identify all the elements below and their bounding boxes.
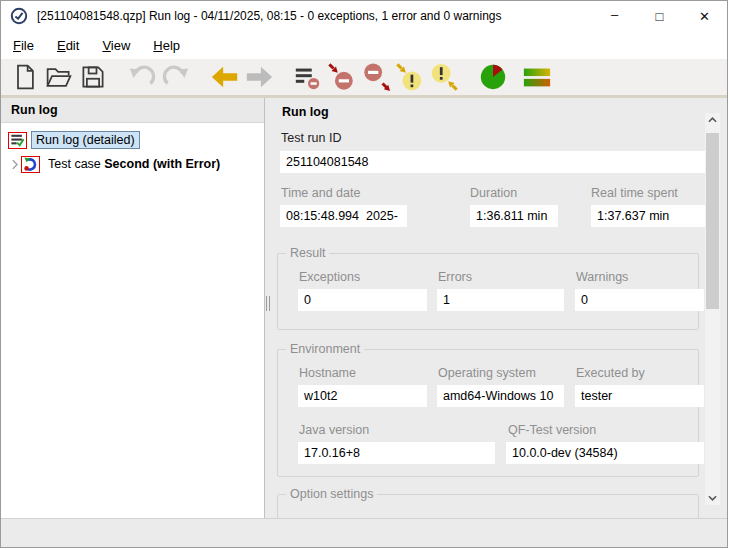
test-case-icon	[21, 156, 40, 173]
status-bar	[1, 518, 727, 547]
next-warning-icon	[429, 62, 459, 92]
time-and-date-field[interactable]: 08:15:48.994 2025-	[280, 205, 407, 227]
tree-item-label: Test case Second (with Error)	[44, 156, 224, 172]
test-run-id-label: Test run ID	[281, 131, 341, 145]
close-button[interactable]: ✕	[682, 1, 727, 31]
warnings-label: Warnings	[576, 270, 628, 284]
scroll-down-button[interactable]	[705, 491, 720, 505]
window-controls: – □ ✕	[592, 1, 727, 31]
chevron-up-icon	[708, 117, 717, 123]
result-group-legend: Result	[286, 246, 329, 260]
real-time-spent-label: Real time spent	[591, 186, 678, 200]
vertical-scrollbar[interactable]	[705, 113, 720, 505]
qf-test-run-log-window: [251104081548.qzp] Run log - 04/11/2025,…	[0, 0, 728, 548]
expand-chevron-icon[interactable]	[7, 159, 21, 170]
java-version-field[interactable]: 17.0.16+8	[298, 442, 495, 464]
detail-panel-title: Run log	[282, 105, 329, 119]
tree-item-run-log-detailed[interactable]: Run log (detailed)	[1, 128, 264, 152]
next-error-button[interactable]	[359, 61, 393, 93]
scrollbar-thumb[interactable]	[706, 133, 719, 309]
run-log-tree-panel: Run log Run log (detailed)	[1, 98, 265, 518]
time-and-date-label: Time and date	[281, 186, 360, 200]
menu-view[interactable]: View	[93, 34, 139, 57]
option-settings-group-legend: Option settings	[286, 487, 377, 501]
qf-test-app-icon	[10, 7, 28, 25]
menu-help[interactable]: Help	[144, 34, 189, 57]
chevron-down-icon	[708, 495, 717, 501]
redo-button[interactable]	[159, 61, 193, 93]
tree-item-label: Run log (detailed)	[31, 131, 140, 149]
next-warning-button[interactable]	[427, 61, 461, 93]
errors-field[interactable]: 1	[437, 289, 564, 311]
qftest-version-label: QF-Test version	[508, 423, 596, 437]
undo-icon	[127, 62, 157, 92]
forward-button[interactable]	[242, 61, 276, 93]
hostname-label: Hostname	[299, 366, 356, 380]
operating-system-field[interactable]: amd64-Windows 10	[437, 385, 564, 407]
option-settings-group: Option settings	[277, 494, 699, 518]
report-bars-icon	[522, 62, 552, 92]
tree-panel-header: Run log	[1, 98, 264, 123]
forward-arrow-icon	[244, 62, 274, 92]
run-log-overview-button[interactable]	[291, 61, 325, 93]
menu-edit[interactable]: Edit	[48, 34, 88, 57]
tree-item-test-case-second[interactable]: Test case Second (with Error)	[1, 152, 264, 176]
warnings-field[interactable]: 0	[575, 289, 704, 311]
operating-system-label: Operating system	[438, 366, 536, 380]
next-error-icon	[361, 62, 391, 92]
exceptions-label: Exceptions	[299, 270, 360, 284]
maximize-button[interactable]: □	[637, 1, 682, 31]
previous-error-button[interactable]	[325, 61, 359, 93]
scroll-up-button[interactable]	[705, 113, 720, 127]
duration-label: Duration	[470, 186, 517, 200]
main-area: Run log Run log (detailed)	[1, 98, 727, 518]
executed-by-field[interactable]: tester	[575, 385, 704, 407]
panel-splitter[interactable]	[266, 296, 270, 311]
back-button[interactable]	[208, 61, 242, 93]
toolbar	[1, 59, 727, 98]
open-folder-icon	[45, 63, 73, 91]
test-report-button[interactable]	[520, 61, 554, 93]
previous-warning-icon	[395, 62, 425, 92]
hostname-field[interactable]: w10t2	[298, 385, 427, 407]
back-arrow-icon	[210, 62, 240, 92]
new-file-button[interactable]	[8, 61, 42, 93]
menu-file[interactable]: File	[4, 34, 43, 57]
run-log-icon	[8, 132, 27, 149]
pie-chart-icon	[478, 62, 508, 92]
environment-group-legend: Environment	[286, 342, 364, 356]
run-log-detail-panel: Run log Test run ID 251104081548 Time an…	[265, 98, 727, 518]
save-icon	[79, 63, 107, 91]
previous-warning-button[interactable]	[393, 61, 427, 93]
undo-button[interactable]	[125, 61, 159, 93]
save-file-button[interactable]	[76, 61, 110, 93]
executed-by-label: Executed by	[576, 366, 645, 380]
redo-icon	[161, 62, 191, 92]
minimize-button[interactable]: –	[592, 1, 637, 31]
title-bar: [251104081548.qzp] Run log - 04/11/2025,…	[1, 1, 727, 31]
open-file-button[interactable]	[42, 61, 76, 93]
exceptions-field[interactable]: 0	[298, 289, 427, 311]
errors-label: Errors	[438, 270, 472, 284]
java-version-label: Java version	[299, 423, 369, 437]
run-log-list-icon	[293, 62, 323, 92]
result-pie-chart-button[interactable]	[476, 61, 510, 93]
menu-bar: File Edit View Help	[1, 31, 727, 59]
run-log-tree: Run log (detailed)	[1, 123, 264, 176]
previous-error-icon	[327, 62, 357, 92]
qftest-version-field[interactable]: 10.0.0-dev (34584)	[506, 442, 704, 464]
duration-field[interactable]: 1:36.811 min	[470, 205, 558, 227]
window-title: [251104081548.qzp] Run log - 04/11/2025,…	[37, 9, 502, 23]
new-file-icon	[11, 63, 39, 91]
test-run-id-field[interactable]: 251104081548	[280, 151, 706, 173]
real-time-spent-field[interactable]: 1:37.637 min	[591, 205, 705, 227]
